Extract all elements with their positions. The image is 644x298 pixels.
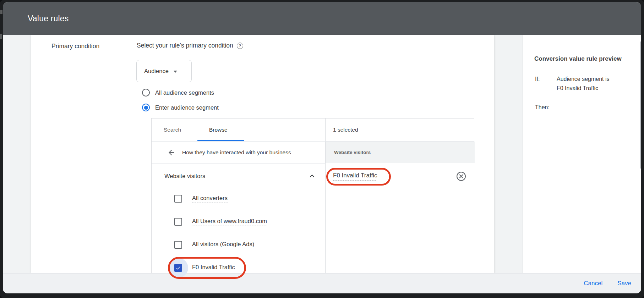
selected-item-label: F0 Invalid Traffic: [333, 172, 377, 181]
preview-if-label: If:: [535, 74, 557, 93]
remove-selected-icon[interactable]: [456, 171, 466, 182]
primary-condition-label: Primary condition: [51, 43, 99, 50]
checkmark-icon: [175, 265, 181, 271]
if-value-line1: Audience segment is: [557, 76, 610, 82]
caret-down-icon: [174, 71, 177, 73]
option-label[interactable]: F0 Invalid Traffic: [192, 264, 235, 272]
save-button[interactable]: Save: [617, 280, 631, 287]
instruction-text: Select your rule's primary condition: [137, 42, 233, 49]
radio-all-audience-segments[interactable]: All audience segments: [142, 88, 214, 97]
value-rules-dialog: Value rules Primary condition Select you…: [3, 2, 641, 293]
option-label[interactable]: All Users of www.fraud0.com: [192, 218, 267, 226]
tab-browse[interactable]: Browse: [209, 118, 228, 141]
primary-condition-card: Primary condition Select your rule's pri…: [31, 35, 494, 273]
instruction-row: Select your rule's primary condition ?: [137, 42, 243, 49]
option-all-converters[interactable]: All converters: [174, 193, 228, 204]
section-website-visitors[interactable]: Website visitors: [164, 170, 317, 182]
active-tab-underline: [197, 140, 244, 141]
preview-if-value: Audience segment is F0 Invalid Traffic: [557, 74, 610, 93]
back-arrow-icon[interactable]: [167, 148, 176, 157]
option-all-users-fraud0[interactable]: All Users of www.fraud0.com: [174, 216, 267, 227]
radio-label: Enter audience segment: [155, 104, 219, 111]
option-label[interactable]: All visitors (Google Ads): [192, 241, 254, 249]
if-value-line2: F0 Invalid Traffic: [557, 85, 598, 91]
audience-picker-panel: Search Browse 1 selected How they have i…: [151, 118, 474, 273]
dialog-body: Primary condition Select your rule's pri…: [3, 35, 641, 273]
preview-then-label: Then:: [535, 104, 550, 111]
chevron-up-icon[interactable]: [307, 171, 317, 181]
dialog-footer: Cancel Save: [3, 273, 641, 293]
checkbox-unchecked-icon[interactable]: [174, 195, 182, 203]
checkbox-checked-icon[interactable]: [174, 264, 182, 272]
option-f0-invalid-traffic[interactable]: F0 Invalid Traffic: [174, 263, 235, 273]
radio-enter-audience-segment[interactable]: Enter audience segment: [142, 103, 219, 112]
option-label[interactable]: All converters: [192, 195, 228, 203]
checkbox-unchecked-icon[interactable]: [174, 218, 182, 226]
preview-title: Conversion value rule preview: [534, 55, 622, 62]
background-page-fragment: [0, 10, 2, 14]
checkbox-unchecked-icon[interactable]: [174, 241, 182, 249]
selected-group-title: Website visitors: [334, 150, 371, 155]
radio-label: All audience segments: [155, 89, 214, 96]
picker-tabs-row: Search Browse 1 selected: [152, 118, 474, 142]
selected-count-label: 1 selected: [333, 118, 358, 141]
radio-circle-selected-icon: [142, 104, 150, 111]
picker-breadcrumb-row: How they have interacted with your busin…: [152, 142, 325, 164]
preview-if-row: If: Audience segment is F0 Invalid Traff…: [535, 74, 610, 93]
dialog-title: Value rules: [28, 14, 69, 23]
selected-group-header: Website visitors: [326, 142, 475, 163]
sidebar-scrollbar-thumb[interactable]: [640, 42, 641, 169]
background-page-fragment: [0, 34, 2, 39]
cancel-button[interactable]: Cancel: [584, 280, 602, 287]
option-all-visitors-google-ads[interactable]: All visitors (Google Ads): [174, 239, 254, 250]
tab-search[interactable]: Search: [164, 118, 181, 141]
section-title: Website visitors: [164, 173, 205, 180]
radio-circle-icon: [142, 89, 150, 96]
condition-type-dropdown[interactable]: Audience: [136, 60, 192, 82]
dialog-header: Value rules: [3, 2, 641, 35]
dropdown-selected-value: Audience: [144, 68, 169, 74]
help-icon[interactable]: ?: [237, 43, 243, 49]
rule-preview-sidebar: Conversion value rule preview If: Audien…: [523, 35, 641, 273]
breadcrumb-text: How they have interacted with your busin…: [182, 149, 291, 156]
screenshot-frame: Value rules Primary condition Select you…: [0, 0, 644, 298]
